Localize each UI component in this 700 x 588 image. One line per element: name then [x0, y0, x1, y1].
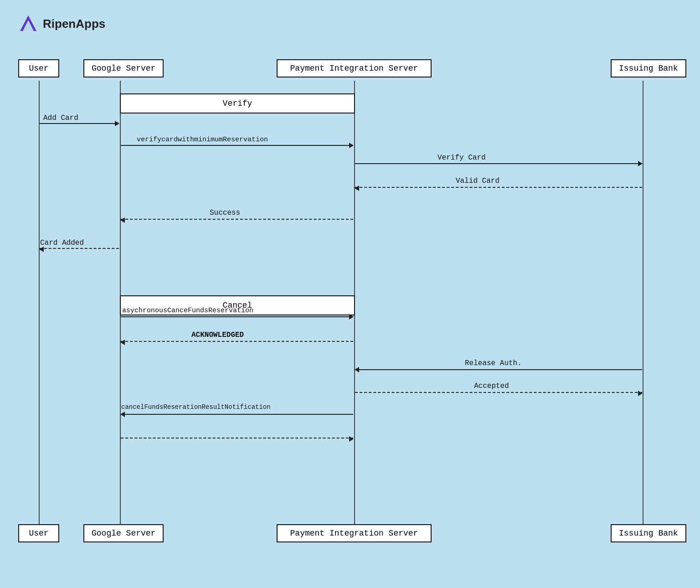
actor-user-bottom: User — [18, 524, 59, 542]
arrow-dashed-payment — [121, 438, 353, 438]
lifeline-bank — [643, 81, 643, 536]
label-accepted: Accepted — [474, 382, 509, 390]
actor-google-bottom: Google Server — [83, 524, 164, 542]
arrow-release-auth — [355, 369, 642, 370]
lifeline-user — [39, 81, 40, 536]
arrow-verify-method — [121, 145, 353, 146]
label-cancel-notification: cancelFundsReserationResultNotification — [121, 403, 271, 411]
actor-payment-top: Payment Integration Server — [277, 59, 432, 77]
label-async-cancel: asychronousCanceFundsReservation — [122, 307, 253, 315]
label-verify-method: verifycardwithminimumReservation — [137, 136, 268, 144]
arrow-add-card — [40, 123, 119, 124]
arrow-valid-card — [355, 187, 642, 188]
arrow-success — [121, 219, 353, 220]
arrow-card-added — [40, 248, 119, 249]
label-card-added: Card Added — [40, 239, 84, 247]
actor-google-top: Google Server — [83, 59, 164, 77]
label-release-auth: Release Auth. — [465, 359, 522, 367]
actor-user-top: User — [18, 59, 59, 77]
label-acknowledged: ACKNOWLEDGED — [191, 331, 244, 339]
label-add-card: Add Card — [43, 114, 78, 122]
arrow-verify-card — [355, 163, 642, 164]
page-container: RipenApps User Google Server Payment Int… — [0, 0, 700, 588]
arrow-cancel-notification — [121, 414, 353, 415]
arrow-acknowledged — [121, 341, 353, 342]
label-valid-card: Valid Card — [456, 177, 499, 185]
actor-bank-top: Issuing Bank — [611, 59, 686, 77]
arrow-async-cancel — [121, 316, 353, 317]
activation-verify: Verify — [120, 93, 355, 113]
logo-icon — [18, 14, 38, 34]
actor-payment-bottom: Payment Integration Server — [277, 524, 432, 542]
logo-text: RipenApps — [43, 17, 105, 31]
actor-bank-bottom: Issuing Bank — [611, 524, 686, 542]
label-success: Success — [210, 209, 240, 217]
logo-area: RipenApps — [18, 14, 105, 34]
arrow-accepted — [355, 392, 642, 393]
label-verify-card: Verify Card — [438, 154, 486, 162]
